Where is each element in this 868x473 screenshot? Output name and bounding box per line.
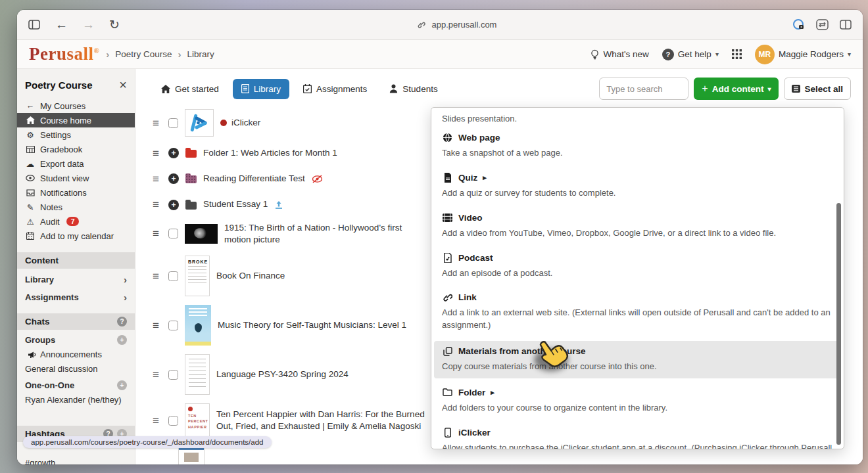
sidebar-item-audit[interactable]: ⚠ Audit 7 — [17, 214, 135, 229]
close-sidebar-icon[interactable]: × — [119, 78, 127, 93]
sidebar-item-dm[interactable]: Ryan Alexander (he/they) — [17, 392, 135, 406]
tab-library[interactable]: Library — [233, 79, 289, 99]
tab-get-started[interactable]: Get started — [153, 79, 228, 99]
globe-icon — [442, 133, 453, 143]
avatar: MR — [755, 45, 775, 64]
sidebar-item-settings[interactable]: ⚙ Settings — [17, 127, 135, 142]
copy-icon — [442, 347, 453, 356]
row-checkbox[interactable] — [168, 416, 178, 426]
library-row[interactable]: ≡ TEN PERCENT HAPPIER Ten Percent Happie… — [153, 403, 425, 438]
dropdown-scrollbar[interactable] — [836, 203, 841, 445]
drag-handle-icon[interactable]: ≡ — [153, 199, 162, 210]
upload-icon — [274, 200, 283, 210]
expand-folder-icon[interactable]: + — [168, 148, 179, 158]
library-row-folder[interactable]: ≡ + Folder 1: Web Articles for Month 1 — [153, 147, 425, 159]
audit-count-badge: 7 — [66, 217, 80, 226]
warning-icon: ⚠ — [25, 217, 36, 227]
chevron-right-icon: › — [124, 292, 127, 303]
eye-slash-icon — [312, 175, 323, 183]
menu-item-web-page[interactable]: Web page Take a snapshot of a web page. — [431, 129, 844, 169]
add-group-icon[interactable]: + — [117, 335, 127, 345]
apps-grid-icon[interactable] — [732, 49, 742, 59]
sidebar-item-my-courses[interactable]: ← My Courses — [17, 99, 135, 113]
drag-handle-icon[interactable]: ≡ — [153, 320, 162, 331]
person-icon — [389, 84, 398, 93]
menu-item-folder[interactable]: Folder ▸ Add folders to your course to o… — [431, 384, 844, 424]
row-checkbox[interactable] — [168, 118, 178, 128]
library-row[interactable]: ≡ iClicker — [153, 109, 425, 137]
sidebar-item-notifications[interactable]: Notifications — [17, 185, 135, 200]
menu-item-iclicker[interactable]: iClicker Allow students to purchase the … — [431, 424, 844, 449]
drag-handle-icon[interactable]: ≡ — [153, 118, 162, 129]
library-row[interactable]: ≡ 1915: The Birth of a Nation - Hollywoo… — [153, 222, 425, 246]
sidebar-item-assignments[interactable]: Assignments › — [17, 286, 135, 304]
menu-item-podcast[interactable]: Podcast Add an episode of a podcast. — [431, 249, 844, 289]
expand-folder-icon[interactable]: + — [168, 200, 179, 210]
search-input[interactable] — [599, 78, 688, 100]
library-row[interactable]: ≡ Music Theory for Self-Taught Musicians… — [153, 305, 425, 346]
row-checkbox[interactable] — [168, 229, 178, 238]
folder-outline-icon — [442, 388, 453, 396]
back-button[interactable]: ← — [55, 18, 68, 31]
sidebar-item-one-on-one[interactable]: One-on-One + — [17, 375, 135, 392]
get-help-menu[interactable]: ? Get help ▾ — [662, 49, 719, 60]
row-checkbox[interactable] — [168, 321, 178, 330]
menu-item-video[interactable]: Video Add a video from YouTube, Vimeo, D… — [431, 209, 844, 249]
privacy-lock-icon[interactable] — [792, 18, 805, 32]
sidebar-item-groups[interactable]: Groups + — [17, 330, 135, 346]
reload-button[interactable]: ↻ — [109, 18, 120, 31]
whats-new-button[interactable]: What's new — [591, 49, 648, 60]
sidebar-item-general-discussion[interactable]: General discussion — [17, 361, 135, 375]
course-title: Poetry Course — [25, 79, 93, 91]
course-sidebar: Poetry Course × ← My Courses Course home… — [17, 69, 135, 464]
breadcrumb-course[interactable]: Poetry Course — [115, 49, 172, 59]
forward-button[interactable]: → — [82, 18, 95, 31]
app-header: Perusall® › Poetry Course › Library What… — [17, 40, 863, 69]
sidebar-item-course-home[interactable]: Course home — [17, 113, 135, 127]
drag-handle-icon[interactable]: ≡ — [153, 415, 162, 426]
chats-help-icon[interactable]: ? — [117, 317, 127, 327]
extensions-icon[interactable] — [815, 18, 829, 32]
row-checkbox[interactable] — [168, 271, 178, 281]
sidebar-item-announcements[interactable]: Announcements — [17, 346, 135, 361]
add-one-on-one-icon[interactable]: + — [117, 380, 127, 390]
perusall-logo[interactable]: Perusall® — [29, 44, 99, 64]
breadcrumb-page[interactable]: Library — [187, 49, 214, 59]
sidebar-item-student-view[interactable]: Student view — [17, 171, 135, 185]
sidebar-item-export-data[interactable]: ☁ Export data — [17, 156, 135, 171]
drag-handle-icon[interactable]: ≡ — [153, 228, 162, 239]
menu-item-quiz[interactable]: Quiz ▸ Add a quiz or survey for students… — [431, 169, 844, 209]
sidebar-item-library[interactable]: Library › — [17, 269, 135, 286]
sidebar-item-notes[interactable]: ✎ Notes — [17, 200, 135, 214]
select-all-button[interactable]: Select all — [784, 78, 851, 100]
submenu-caret-icon: ▸ — [491, 388, 494, 397]
dropdown-partial-text: Slides presentation. — [431, 113, 844, 129]
sidebar-item-gradebook[interactable]: Gradebook — [17, 142, 135, 156]
split-view-icon[interactable] — [839, 18, 852, 32]
book-cover-thumbnail: BROKE — [185, 256, 210, 296]
home-icon — [25, 116, 36, 124]
add-content-button[interactable]: + Add content ▾ — [694, 78, 779, 100]
library-row-partial[interactable] — [153, 445, 425, 464]
row-checkbox[interactable] — [168, 370, 178, 380]
sidebar-toggle-icon[interactable] — [28, 18, 41, 32]
library-row[interactable]: ≡ Language PSY-3420 Spring 2024 — [153, 354, 425, 395]
tab-assignments[interactable]: Assignments — [295, 79, 375, 99]
tab-students[interactable]: Students — [381, 79, 446, 99]
library-row-folder[interactable]: ≡ + Reading Differentiate Test — [153, 173, 425, 185]
drag-handle-icon[interactable]: ≡ — [153, 148, 162, 159]
browser-toolbar: ← → ↻ app.perusall.com — [17, 10, 863, 40]
drag-handle-icon[interactable]: ≡ — [153, 271, 162, 282]
menu-item-link[interactable]: Link Add a link to an external web site.… — [431, 288, 844, 341]
expand-folder-icon[interactable]: + — [168, 173, 179, 184]
menu-item-materials-from-another-course[interactable]: Materials from another course Copy cours… — [434, 341, 841, 378]
user-menu[interactable]: MR Maggie Rodgers ▾ — [755, 45, 851, 64]
drag-handle-icon[interactable]: ≡ — [153, 173, 162, 185]
sidebar-item-add-to-calendar[interactable]: Add to my calendar — [17, 229, 135, 243]
library-row[interactable]: ≡ BROKE Book On Finance — [153, 256, 425, 296]
drag-handle-icon[interactable]: ≡ — [153, 369, 162, 380]
address-bar[interactable]: app.perusall.com — [120, 18, 792, 32]
library-list: ≡ iClicker ≡ + Folder 1: Web Articles fo… — [135, 106, 425, 464]
movie-thumbnail — [185, 224, 218, 244]
library-row-folder[interactable]: ≡ + Student Essay 1 — [153, 198, 425, 210]
